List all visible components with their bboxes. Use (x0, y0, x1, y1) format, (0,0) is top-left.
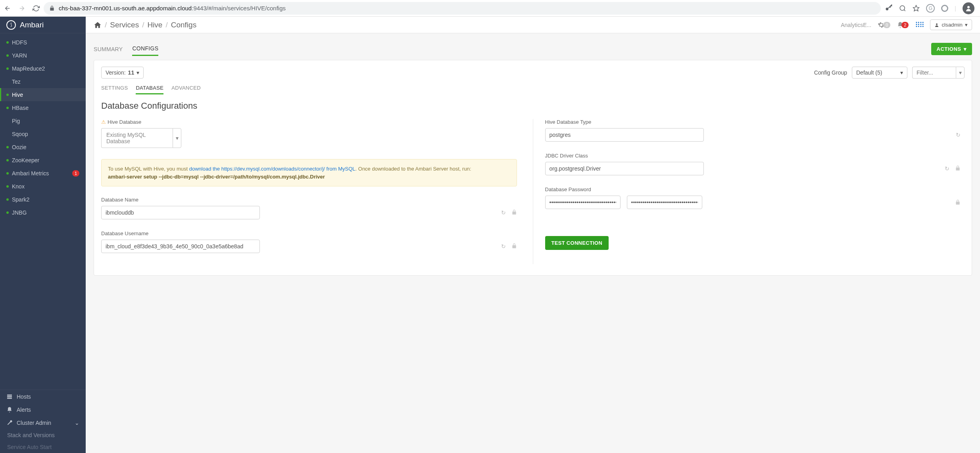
undo-icon[interactable]: ↻ (945, 165, 949, 172)
sidebar-item-jnbg[interactable]: JNBG (0, 206, 86, 219)
subtab-advanced[interactable]: ADVANCED (171, 83, 201, 94)
actions-button[interactable]: ACTIONS ▾ (931, 43, 972, 55)
dbtype-input[interactable] (545, 128, 704, 142)
home-icon[interactable] (94, 21, 102, 29)
filter-input[interactable] (912, 67, 956, 79)
undo-icon[interactable]: ↻ (956, 132, 961, 138)
sidebar-item-ambari-metrics[interactable]: Ambari Metrics1 (0, 167, 86, 180)
caret-down-icon: ▾ (900, 69, 903, 76)
breadcrumb-services[interactable]: Services (110, 21, 139, 29)
sidebar-item-label: Oozie (12, 144, 27, 150)
dbpass-label: Database Password (545, 186, 961, 192)
status-dot-icon (6, 159, 9, 161)
jdbc-input[interactable] (545, 162, 704, 175)
sidebar-hosts[interactable]: Hosts (0, 390, 86, 403)
sidebar-item-label: Pig (12, 118, 20, 124)
config-group-value: Default (5) (856, 69, 882, 76)
hive-database-value: Existing MySQL Database (101, 128, 173, 148)
svg-point-7 (936, 23, 938, 25)
undo-icon[interactable]: ↻ (501, 243, 506, 250)
address-bar[interactable]: chs-baa-337-mn001.us-south.ae.appdomain.… (44, 2, 881, 15)
jdbc-label: JDBC Driver Class (545, 153, 961, 159)
dbuser-input[interactable] (101, 240, 260, 253)
filter-dropdown-button[interactable]: ▾ (956, 67, 965, 79)
sidebar-item-label: Ambari Metrics (12, 170, 49, 177)
breadcrumb: / Services / Hive / Configs (94, 21, 196, 29)
sidebar-item-yarn[interactable]: YARN (0, 49, 86, 62)
section-title: Database Configurations (101, 101, 965, 111)
sidebar-item-hbase[interactable]: HBase (0, 101, 86, 114)
url-text: chs-baa-337-mn001.us-south.ae.appdomain.… (59, 5, 286, 12)
hive-database-select[interactable]: Existing MySQL Database ▾ (101, 128, 181, 148)
version-button[interactable]: Version: 11 ▾ (101, 67, 144, 79)
caret-down-icon: ▾ (965, 22, 968, 28)
sidebar-service-auto-start[interactable]: Service Auto Start (0, 441, 86, 453)
sidebar-item-spark2[interactable]: Spark2 (0, 193, 86, 206)
sidebar-item-oozie[interactable]: Oozie (0, 140, 86, 154)
back-icon[interactable] (4, 5, 11, 12)
svg-point-0 (886, 8, 889, 10)
subtab-database[interactable]: DATABASE (136, 83, 163, 94)
actions-label: ACTIONS (937, 46, 961, 52)
lock-icon[interactable] (955, 165, 961, 172)
profile-avatar[interactable] (963, 2, 974, 14)
status-dot-icon (6, 211, 9, 214)
sidebar-alerts[interactable]: Alerts (0, 403, 86, 416)
sidebar-item-tez[interactable]: Tez (0, 75, 86, 88)
sidebar-item-knox[interactable]: Knox (0, 180, 86, 193)
sidebar-item-hdfs[interactable]: HDFS (0, 36, 86, 49)
cluster-name[interactable]: AnalyticsE... (841, 22, 871, 28)
topbar: / Services / Hive / Configs AnalyticsE..… (86, 17, 980, 33)
zoom-icon[interactable] (899, 5, 906, 12)
lock-icon[interactable] (511, 209, 517, 216)
mysql-info-box: To use MySQL with Hive, you must downloa… (101, 159, 517, 186)
subtab-settings[interactable]: SETTINGS (101, 83, 128, 94)
user-menu-button[interactable]: clsadmin ▾ (930, 19, 972, 30)
dbname-input[interactable] (101, 206, 260, 219)
status-dot-icon (6, 172, 9, 175)
sidebar-stack-versions[interactable]: Stack and Versions (0, 429, 86, 441)
extension-icon[interactable]: G (926, 4, 935, 13)
test-connection-button[interactable]: TEST CONNECTION (545, 236, 609, 250)
sidebar-item-label: Spark2 (12, 196, 29, 203)
dbname-label: Database Name (101, 197, 517, 203)
sidebar-cluster-admin[interactable]: Cluster Admin ⌄ (0, 416, 86, 429)
dbpass-confirm-input[interactable] (627, 196, 702, 209)
sidebar-item-zookeeper[interactable]: ZooKeeper (0, 154, 86, 167)
tab-summary[interactable]: SUMMARY (94, 43, 123, 56)
circle-icon[interactable] (941, 5, 948, 12)
sidebar: ⟆ Ambari HDFSYARNMapReduce2TezHiveHBaseP… (0, 17, 86, 453)
lock-icon[interactable] (511, 243, 517, 250)
version-value: 11 (128, 69, 135, 76)
status-dot-icon (6, 146, 9, 148)
dbtype-label: Hive Database Type (545, 119, 961, 125)
apps-grid-icon[interactable]: ⠿⠿ (915, 21, 924, 29)
sidebar-item-pig[interactable]: Pig (0, 114, 86, 127)
config-group-select[interactable]: Default (5) ▾ (852, 67, 907, 79)
svg-rect-4 (7, 394, 12, 395)
key-icon[interactable] (885, 4, 893, 12)
ambari-logo-icon: ⟆ (6, 20, 16, 30)
dbpass-input[interactable] (545, 196, 621, 209)
undo-icon[interactable]: ↻ (501, 209, 506, 216)
caret-down-icon: ▾ (173, 128, 181, 148)
status-dot-icon (6, 198, 9, 201)
sidebar-item-sqoop[interactable]: Sqoop (0, 127, 86, 140)
status-dot-icon (6, 107, 9, 109)
sidebar-item-hive[interactable]: Hive (0, 88, 86, 101)
reload-icon[interactable] (33, 5, 40, 12)
alerts-label: Alerts (17, 407, 31, 413)
breadcrumb-hive[interactable]: Hive (147, 21, 162, 29)
sidebar-item-mapreduce2[interactable]: MapReduce2 (0, 62, 86, 75)
star-icon[interactable] (913, 5, 920, 12)
user-name: clsadmin (942, 22, 963, 28)
status-dot-icon (6, 94, 9, 96)
sidebar-brand[interactable]: ⟆ Ambari (0, 17, 86, 33)
forward-icon[interactable] (18, 5, 25, 12)
sidebar-services: HDFSYARNMapReduce2TezHiveHBasePigSqoopOo… (0, 33, 86, 390)
mysql-download-link[interactable]: download the https://dev.mysql.com/downl… (189, 166, 355, 172)
lock-icon[interactable] (955, 200, 961, 205)
tab-configs[interactable]: CONFIGS (132, 42, 158, 56)
chevron-down-icon: ⌄ (75, 420, 79, 426)
sidebar-item-label: JNBG (12, 209, 27, 216)
